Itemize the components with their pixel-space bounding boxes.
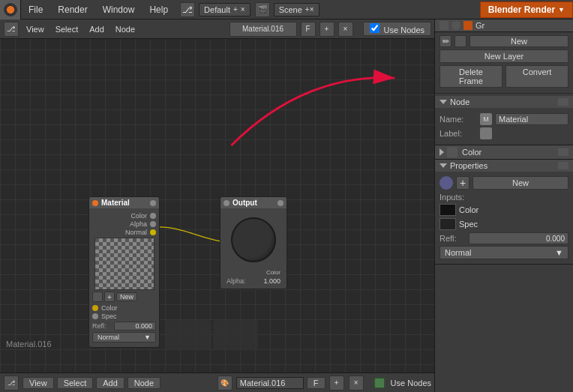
material-color-socket[interactable] bbox=[150, 213, 156, 219]
workspace-add-icon[interactable]: + bbox=[233, 5, 238, 13]
material-alpha-socket[interactable] bbox=[150, 221, 156, 227]
workspace-selector[interactable]: Default + × bbox=[199, 3, 250, 16]
bottom-material-input[interactable]: Material.016 bbox=[236, 377, 304, 389]
properties-add-row: + New bbox=[440, 176, 568, 190]
delete-frame-btn[interactable]: Delete Frame bbox=[440, 65, 502, 88]
color-section-icon bbox=[447, 147, 458, 157]
material-node[interactable]: Material Color Alpha Normal bbox=[88, 196, 160, 348]
bottom-select-btn[interactable]: Select bbox=[57, 377, 94, 389]
use-nodes-checkbox[interactable]: Use Nodes bbox=[363, 22, 431, 36]
material-refl-row: Refl: 0.000 bbox=[92, 322, 156, 331]
bottom-close-icon[interactable]: × bbox=[349, 376, 364, 391]
material-new-btn[interactable]: New bbox=[116, 292, 137, 301]
menu-window[interactable]: Window bbox=[95, 0, 142, 19]
sidebar-top-buttons: ✏ New New Layer Delete Frame Convert bbox=[435, 32, 573, 91]
properties-add-btn[interactable]: + bbox=[456, 176, 470, 190]
output-alpha-row: Alpha: 1.000 bbox=[224, 277, 284, 286]
node-canvas[interactable]: Material Color Alpha Normal bbox=[0, 39, 434, 373]
color-section-collapse-icon[interactable] bbox=[558, 148, 568, 156]
use-nodes-toggle[interactable] bbox=[370, 23, 380, 33]
node-type-icon: M bbox=[480, 113, 492, 125]
main-layout: ⎇ View Select Add Node Material.016 F + … bbox=[0, 19, 573, 392]
frame-key-btn[interactable]: F bbox=[301, 22, 316, 37]
color-socket-dot[interactable] bbox=[92, 305, 98, 311]
material-node-close-btn[interactable] bbox=[150, 200, 156, 206]
node-section-header[interactable]: Node bbox=[435, 96, 573, 108]
workspace-close-icon[interactable]: × bbox=[241, 5, 245, 13]
editor-type-icon[interactable]: ⎇ bbox=[180, 2, 195, 17]
bottom-overlay-shapes bbox=[165, 320, 258, 350]
convert-btn[interactable]: Convert bbox=[506, 65, 568, 88]
new-btn[interactable]: New bbox=[470, 35, 568, 47]
properties-new-btn[interactable]: New bbox=[472, 176, 568, 190]
color-swatch[interactable] bbox=[440, 204, 456, 216]
output-preview bbox=[231, 217, 276, 262]
color-section-header[interactable]: Color bbox=[435, 145, 573, 159]
material-normal-socket[interactable] bbox=[150, 229, 156, 235]
material-mini-toolbar: + New bbox=[92, 292, 156, 302]
sidebar-header-title: Gr bbox=[476, 21, 484, 30]
node-editor[interactable]: ⎇ View Select Add Node Material.016 F + … bbox=[0, 19, 434, 392]
node-name-input[interactable]: Material bbox=[495, 113, 568, 125]
spec-swatch[interactable] bbox=[440, 218, 456, 230]
properties-collapse-icon[interactable] bbox=[558, 162, 568, 169]
sidebar-paint-small-icon[interactable] bbox=[454, 35, 466, 47]
material-mini-plus[interactable]: + bbox=[104, 292, 115, 302]
menu-file[interactable]: File bbox=[21, 0, 50, 19]
material-refl-slider[interactable]: 0.000 bbox=[114, 322, 156, 331]
sidebar-edit-icon[interactable]: ✏ bbox=[440, 35, 452, 47]
bottom-add-btn[interactable]: Add bbox=[96, 377, 124, 389]
editor-view-menu[interactable]: View bbox=[22, 19, 49, 38]
frame-close-icon[interactable]: × bbox=[338, 22, 353, 37]
node-editor-bottom: ⎇ View Select Add Node 🎨 Material.016 F … bbox=[0, 373, 434, 392]
material-name-icon[interactable]: Material.016 bbox=[230, 22, 297, 37]
blender-logo-icon bbox=[4, 3, 17, 16]
scene-close-icon[interactable]: × bbox=[310, 5, 314, 13]
material-shader-dropdown[interactable]: Normal ▼ bbox=[92, 332, 156, 343]
bottom-material-icon[interactable]: 🎨 bbox=[218, 376, 232, 391]
properties-refl-slider[interactable]: 0.000 bbox=[469, 232, 568, 244]
bottom-node-btn[interactable]: Node bbox=[128, 377, 160, 389]
render-engine-selector[interactable]: Blender Render ▼ bbox=[480, 1, 573, 18]
material-shader-mode: Normal bbox=[98, 334, 119, 341]
bottom-view-btn[interactable]: View bbox=[22, 377, 54, 389]
material-node-color-row: Color bbox=[92, 212, 156, 220]
bottom-use-nodes-label: Use Nodes bbox=[391, 379, 431, 388]
properties-section-header[interactable]: Properties bbox=[435, 160, 573, 172]
material-preview bbox=[94, 238, 154, 290]
editor-select-menu[interactable]: Select bbox=[51, 19, 83, 38]
properties-shader-dropdown[interactable]: Normal ▼ bbox=[440, 246, 568, 259]
bottom-checkbox[interactable] bbox=[374, 378, 385, 388]
frame-add-icon[interactable]: + bbox=[320, 22, 334, 37]
bottom-add-icon[interactable]: + bbox=[329, 376, 344, 391]
bottom-frame-btn[interactable]: F bbox=[307, 377, 326, 389]
new-layer-btn[interactable]: New Layer bbox=[440, 49, 568, 63]
node-section-collapse-icon[interactable] bbox=[558, 98, 568, 106]
render-engine-label: Blender Render bbox=[488, 4, 555, 15]
scene-selector[interactable]: Scene + × bbox=[274, 3, 320, 16]
menu-help[interactable]: Help bbox=[142, 0, 176, 19]
editor-type-btn[interactable]: ⎇ bbox=[4, 22, 19, 37]
material-node-alpha-label: Alpha bbox=[130, 220, 147, 228]
spec-socket-dot[interactable] bbox=[92, 313, 98, 319]
scene-icon[interactable]: 🎬 bbox=[255, 2, 270, 17]
menu-render[interactable]: Render bbox=[50, 0, 94, 19]
properties-refl-label: Refl: bbox=[440, 234, 466, 243]
output-node-content: Color Alpha: 1.000 bbox=[220, 208, 286, 289]
inputs-label: Inputs: bbox=[440, 193, 568, 202]
material-node-alpha-row: Alpha bbox=[92, 220, 156, 228]
app-logo[interactable] bbox=[0, 0, 21, 19]
properties-socket-icon bbox=[440, 176, 453, 190]
properties-section-title: Properties bbox=[450, 161, 488, 170]
editor-node-menu[interactable]: Node bbox=[111, 19, 140, 38]
bottom-editor-icon[interactable]: ⎇ bbox=[4, 376, 19, 391]
material-mini-icon1[interactable] bbox=[92, 292, 103, 302]
render-engine-dropdown-icon: ▼ bbox=[558, 6, 565, 13]
output-node[interactable]: Output Color Alpha: 1.000 bbox=[220, 196, 287, 289]
node-label-label: Label: bbox=[440, 129, 477, 138]
output-node-close-btn[interactable] bbox=[278, 200, 284, 206]
properties-refl-row: Refl: 0.000 bbox=[440, 232, 568, 244]
material-refl-value: 0.000 bbox=[135, 322, 152, 330]
output-alpha-label: Alpha: bbox=[226, 277, 246, 285]
editor-add-menu[interactable]: Add bbox=[85, 19, 109, 38]
